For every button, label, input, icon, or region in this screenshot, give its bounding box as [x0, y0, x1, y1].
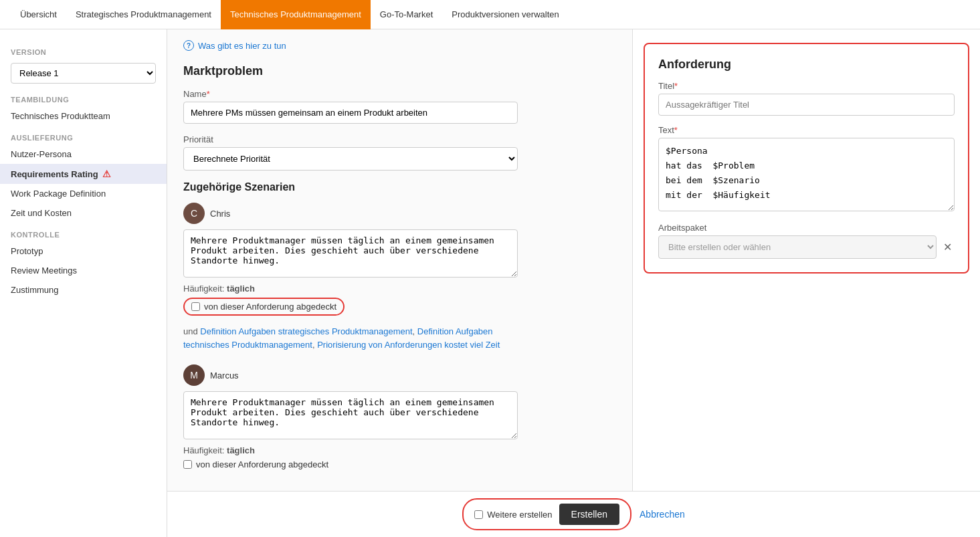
nav-item-produktversionen[interactable]: Produktversionen verwalten: [442, 0, 568, 29]
top-nav: Übersicht Strategisches Produktmanagemen…: [0, 0, 980, 29]
help-link-text: Was gibt es hier zu tun: [198, 41, 286, 51]
sidebar: VERSION Release 1Release 2 TEAMBILDUNG T…: [0, 29, 167, 537]
panel-text-label: Text*: [658, 125, 955, 135]
sidebar-item-work-package-definition[interactable]: Work Package Definition: [0, 184, 167, 203]
scenario-card-chris: C Chris Mehrere Produktmanager müssen tä…: [183, 203, 616, 351]
checkbox-label-chris: von dieser Anforderung abgedeckt: [204, 302, 336, 312]
erstellen-button[interactable]: Erstellen: [559, 504, 619, 525]
nav-item-technisches[interactable]: Technisches Produktmanagement: [221, 0, 371, 29]
scenario-textarea-marcus[interactable]: Mehrere Produktmanager müssen täglich an…: [183, 391, 518, 439]
prioritaet-field-group: Priorität Berechnete PrioritätHochMittel…: [183, 134, 616, 171]
name-input[interactable]: [183, 102, 518, 124]
frequency-chris: Häufigkeit: täglich: [183, 284, 616, 294]
links-chris: und Definition Aufgaben strategisches Pr…: [183, 325, 518, 351]
sidebar-item-nutzer-persona[interactable]: Nutzer-Persona: [0, 144, 167, 164]
frequency-value-marcus: täglich: [227, 445, 255, 455]
anforderung-box: Anforderung Titel* Text* $Persona hat da…: [644, 43, 969, 274]
avatar-chris: C: [183, 203, 205, 224]
checkbox-input-marcus[interactable]: [183, 460, 192, 469]
sidebar-item-team[interactable]: Technisches Produktteam: [0, 106, 167, 126]
szenarien-title: Zugehörige Szenarien: [183, 181, 616, 193]
prioritaet-select[interactable]: Berechnete PrioritätHochMittelNiedrig: [183, 147, 518, 171]
scenario-name-chris: Chris: [210, 209, 230, 219]
scenario-header-marcus: M Marcus: [183, 364, 616, 386]
frequency-marcus: Häufigkeit: täglich: [183, 445, 616, 455]
arbeitspaket-select[interactable]: Bitte erstellen oder wählen: [658, 235, 937, 259]
avatar-marcus: M: [183, 364, 205, 386]
right-panel: Anforderung Titel* Text* $Persona hat da…: [632, 29, 980, 537]
help-link[interactable]: ? Was gibt es hier zu tun: [183, 40, 616, 51]
name-required-star: *: [207, 89, 210, 99]
team-section-label: TEAMBILDUNG: [0, 88, 167, 106]
main-content: ? Was gibt es hier zu tun Marktproblem N…: [167, 29, 632, 537]
weitere-erstellen-label: Weitere erstellen: [487, 510, 552, 520]
help-circle-icon: ?: [183, 40, 194, 51]
bottom-bar: Weitere erstellen Erstellen Abbrechen: [167, 491, 980, 537]
panel-text-textarea[interactable]: $Persona hat das $Problem bei dem $Szena…: [658, 138, 955, 211]
nav-item-go-to-market[interactable]: Go-To-Market: [371, 0, 442, 29]
panel-titel-required: *: [674, 81, 678, 91]
anforderung-title: Anforderung: [658, 58, 955, 72]
sidebar-item-zustimmung[interactable]: Zustimmung: [0, 280, 167, 300]
abbrechen-button[interactable]: Abbrechen: [640, 509, 685, 520]
sidebar-item-review-meetings[interactable]: Review Meetings: [0, 261, 167, 280]
sidebar-item-prototyp[interactable]: Prototyp: [0, 241, 167, 261]
checkbox-input-chris[interactable]: [191, 302, 200, 311]
panel-text-required: *: [674, 125, 678, 135]
frequency-value-chris: täglich: [227, 284, 255, 294]
version-select[interactable]: Release 1Release 2: [11, 63, 156, 84]
main-layout: VERSION Release 1Release 2 TEAMBILDUNG T…: [0, 29, 980, 537]
avatar-marcus-initial: M: [190, 370, 198, 381]
arbeitspaket-row: Bitte erstellen oder wählen ✕: [658, 235, 955, 259]
marktproblem-title: Marktproblem: [183, 64, 616, 78]
kontrolle-section-label: KONTROLLE: [0, 223, 167, 241]
warning-icon: ⚠: [102, 169, 111, 179]
sidebar-item-zeit-und-kosten[interactable]: Zeit und Kosten: [0, 203, 167, 223]
version-section-label: VERSION: [0, 40, 167, 59]
prioritaet-label: Priorität: [183, 134, 616, 144]
panel-arbeitspaket-label: Arbeitspaket: [658, 223, 955, 233]
weitere-erstellen-checkbox-label[interactable]: Weitere erstellen: [474, 510, 552, 520]
scenario-name-marcus: Marcus: [210, 370, 239, 381]
requirements-rating-label: Requirements Rating: [11, 169, 98, 179]
auslieferung-section-label: AUSLIEFERUNG: [0, 126, 167, 144]
arbeitspaket-clear-button[interactable]: ✕: [941, 241, 955, 253]
sidebar-item-requirements-rating[interactable]: Requirements Rating ⚠: [0, 164, 167, 184]
weitere-erstellen-checkbox[interactable]: [474, 510, 483, 519]
scenario-textarea-chris[interactable]: Mehrere Produktmanager müssen täglich an…: [183, 229, 518, 278]
link-strategisches[interactable]: Definition Aufgaben strategisches Produk…: [200, 326, 412, 336]
checkbox-anforderung-marcus[interactable]: von dieser Anforderung abgedeckt: [183, 459, 616, 469]
scenario-header-chris: C Chris: [183, 203, 616, 224]
avatar-chris-initial: C: [191, 208, 197, 219]
name-label: Name*: [183, 89, 616, 99]
checkbox-anforderung-chris[interactable]: von dieser Anforderung abgedeckt: [183, 298, 345, 316]
panel-titel-label: Titel*: [658, 81, 955, 91]
checkbox-label-marcus: von dieser Anforderung abgedeckt: [196, 459, 328, 469]
nav-item-strategisches[interactable]: Strategisches Produktmanagement: [66, 0, 221, 29]
nav-item-uebersicht[interactable]: Übersicht: [11, 0, 66, 29]
panel-titel-input[interactable]: [658, 94, 955, 116]
scenario-card-marcus: M Marcus Mehrere Produktmanager müssen t…: [183, 364, 616, 469]
link-priorisierung[interactable]: Priorisierung von Anforderungen kostet v…: [317, 340, 500, 350]
bottom-bar-inner: Weitere erstellen Erstellen: [462, 498, 631, 530]
name-field-group: Name*: [183, 89, 616, 124]
